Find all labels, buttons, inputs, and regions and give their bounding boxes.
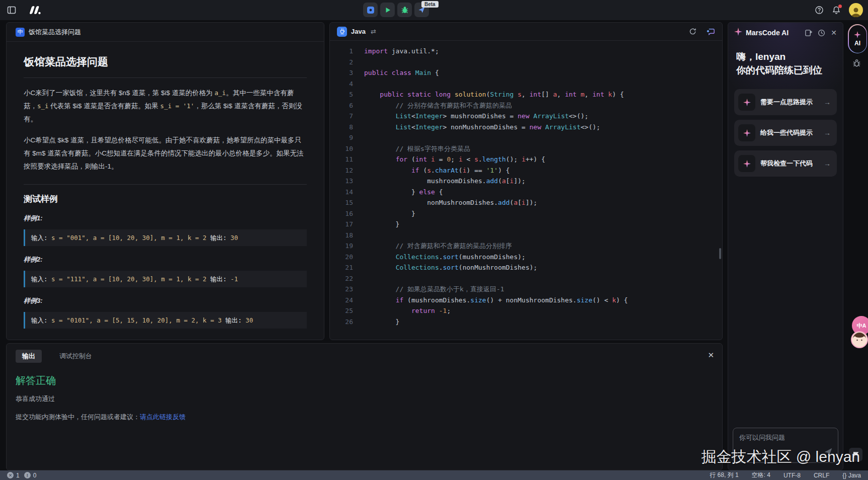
code-editor-panel: Java ⇄ 1import java.util.*;23public clas…: [329, 22, 723, 340]
ai-suggestion-card[interactable]: 给我一些代码提示→: [734, 120, 837, 146]
ai-toggle-button[interactable]: AI: [849, 25, 866, 53]
sample-label: 样例2:: [24, 255, 307, 264]
new-chat-icon[interactable]: [805, 29, 812, 37]
sample-code-block: 输入: s = "001", a = [10, 20, 30], m = 1, …: [24, 229, 307, 246]
debug-strip-icon[interactable]: [852, 58, 861, 70]
ai-pill-label: AI: [854, 40, 860, 47]
problem-panel: 中 饭馆菜品选择问题 饭馆菜品选择问题 小C来到了一家饭馆，这里共有 $n$ 道…: [6, 22, 324, 340]
status-item[interactable]: 空格: 4: [752, 471, 770, 479]
status-item[interactable]: UTF-8: [784, 472, 801, 479]
code-line: 5 public static long solution(String s, …: [330, 89, 722, 100]
java-language-icon: [337, 27, 347, 37]
code-line: 21 Collections.sort(nonMushroomDishes);: [330, 262, 722, 273]
feedback-line: 提交功能内测体验中，任何问题或者建议：请点此链接反馈: [16, 413, 722, 422]
run-button-group: Beta: [363, 3, 429, 17]
arrow-right-icon: →: [824, 159, 831, 168]
ai-suggestion-label: 需要一点思路提示: [760, 98, 813, 107]
sparkle-icon: [738, 124, 755, 141]
feedback-link[interactable]: 请点此链接反馈: [140, 413, 186, 421]
sample-label: 样例3:: [24, 296, 307, 305]
marscode-ai-panel: MarsCode AI ✕ 嗨，lenyan 你的代码陪练已到位 需要一点思路提…: [728, 22, 843, 470]
editor-scrollbar[interactable]: [719, 248, 721, 259]
line-number: 12: [330, 165, 353, 176]
problem-paragraphs: 小C来到了一家饭馆，这里共有 $n$ 道菜，第 $i$ 道菜的价格为 a_i。其…: [24, 87, 307, 173]
sample-code-block: 输入: s = "111", a = [10, 20, 30], m = 1, …: [24, 271, 307, 287]
line-number: 2: [330, 57, 353, 68]
ai-suggestion-card[interactable]: 帮我检查一下代码→: [734, 150, 837, 177]
user-avatar[interactable]: [849, 3, 863, 17]
line-number: 16: [330, 208, 353, 219]
code-line: 13 mushroomDishes.add(a[i]);: [330, 176, 722, 187]
watermark-text: 掘金技术社区 @ lenyan: [701, 447, 860, 467]
code-line: 22: [330, 273, 722, 284]
line-number: 19: [330, 241, 353, 252]
divider: [24, 184, 307, 185]
sidebar-toggle-icon[interactable]: [7, 6, 16, 15]
status-item[interactable]: 行 68, 列 1: [710, 471, 738, 479]
code-line: 2: [330, 57, 722, 68]
code-line: 9: [330, 132, 722, 143]
ai-suggestion-label: 帮我检查一下代码: [760, 159, 813, 168]
code-line: 4: [330, 78, 722, 90]
line-number: 13: [330, 176, 353, 187]
switch-language-icon[interactable]: ⇄: [371, 28, 376, 35]
status-item[interactable]: CRLF: [814, 472, 829, 479]
sparkle-icon: [738, 155, 755, 172]
language-label: Java: [351, 28, 366, 35]
code-line: 3public class Main {: [330, 67, 722, 78]
beta-badge: Beta: [421, 1, 439, 8]
warnings-icon[interactable]: !: [24, 472, 31, 478]
code-line: 7 List<Integer> mushroomDishes = new Arr…: [330, 111, 722, 122]
marscode-logo-icon[interactable]: [27, 5, 42, 15]
line-number: 25: [330, 305, 353, 316]
line-number: 6: [330, 100, 353, 111]
line-number: 18: [330, 230, 353, 241]
line-number: 20: [330, 252, 353, 263]
line-number: 1: [330, 46, 353, 57]
problem-tab[interactable]: 中 饭馆菜品选择问题: [7, 23, 324, 42]
line-number: 7: [330, 111, 353, 122]
line-number: 15: [330, 197, 353, 208]
assistant-avatar-float[interactable]: [851, 331, 868, 348]
line-number: 4: [330, 78, 353, 90]
code-editor[interactable]: 1import java.util.*;23public class Main …: [330, 41, 722, 340]
ai-suggestion-card[interactable]: 需要一点思路提示→: [734, 89, 837, 115]
run-button[interactable]: [380, 3, 395, 17]
errors-icon[interactable]: ✕: [7, 472, 14, 478]
code-review-icon[interactable]: [707, 28, 715, 35]
line-number: 22: [330, 273, 353, 284]
samples-list: 样例1:输入: s = "001", a = [10, 20, 30], m =…: [24, 214, 307, 329]
problem-title: 饭馆菜品选择问题: [24, 55, 307, 69]
right-toolbar-strip: AI: [846, 22, 868, 470]
line-number: 26: [330, 316, 353, 328]
close-output-icon[interactable]: ✕: [708, 351, 714, 360]
debug-button[interactable]: [397, 3, 412, 17]
feedback-text: 提交功能内测体验中，任何问题或者建议：: [16, 413, 140, 421]
warnings-count: 0: [33, 472, 37, 479]
arrow-right-icon: →: [824, 98, 831, 106]
help-icon[interactable]: [815, 6, 824, 15]
line-number: 21: [330, 262, 353, 273]
code-line: 20 Collections.sort(mushroomDishes);: [330, 252, 722, 263]
code-line: 15 nonMushroomDishes.add(a[i]);: [330, 197, 722, 208]
history-icon[interactable]: [818, 29, 825, 37]
notification-dot: [838, 5, 842, 8]
code-line: 8 List<Integer> nonMushroomDishes = new …: [330, 122, 722, 133]
code-line: 19 // 对含蘑菇和不含蘑菇的菜品分别排序: [330, 241, 722, 252]
line-number: 8: [330, 122, 353, 133]
code-line: 10 // 根据s字符串分类菜品: [330, 143, 722, 154]
code-line: 25 return -1;: [330, 305, 722, 316]
line-number: 3: [330, 67, 353, 78]
output-tab-debug-console[interactable]: 调试控制台: [53, 350, 99, 363]
sparkle-icon: [734, 28, 742, 38]
breakpoint-button[interactable]: [363, 3, 378, 17]
reset-code-icon[interactable]: [689, 28, 697, 35]
code-line: 24 if (mushroomDishes.size() + nonMushro…: [330, 295, 722, 306]
status-item[interactable]: {} Java: [842, 472, 861, 479]
samples-heading: 测试样例: [24, 193, 307, 205]
problem-body: 饭馆菜品选择问题 小C来到了一家饭馆，这里共有 $n$ 道菜，第 $i$ 道菜的…: [7, 42, 324, 329]
output-tab-output[interactable]: 输出: [16, 350, 42, 363]
close-ai-panel-icon[interactable]: ✕: [831, 29, 837, 37]
notifications-bell-icon[interactable]: [832, 6, 841, 15]
output-panel: 输出调试控制台 ✕ 解答正确 恭喜成功通过 提交功能内测体验中，任何问题或者建议…: [6, 343, 723, 470]
